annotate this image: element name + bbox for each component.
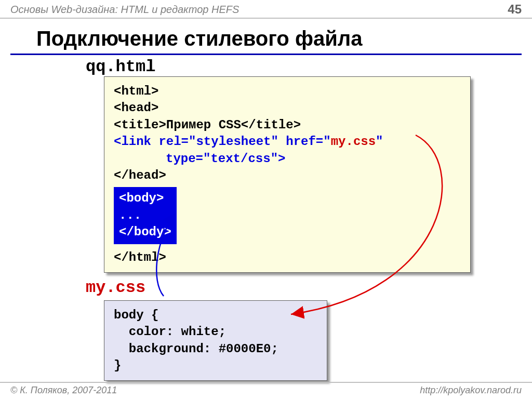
css-code-box: body { color: white; background: #0000E0…: [104, 300, 327, 381]
code-line: background: #0000E0;: [114, 341, 317, 357]
html-code-box: <html> <head> <title>Пример CSS</title> …: [104, 76, 471, 273]
css-filename: my.css: [0, 278, 532, 297]
code-line: }: [114, 357, 317, 374]
body-close: </body>: [119, 224, 171, 241]
slide-header: Основы Web-дизайна: HTML и редактор HEFS…: [0, 0, 532, 19]
code-line: <html>: [114, 83, 461, 100]
code-line: body {: [114, 307, 317, 324]
code-line-link2: type="text/css">: [114, 151, 461, 167]
html-filename: qq.html: [0, 57, 532, 76]
course-title: Основы Web-дизайна: HTML и редактор HEFS: [10, 4, 239, 16]
code-line: color: white;: [114, 324, 317, 340]
code-line: </head>: [114, 167, 461, 184]
code-line-link: <link rel="stylesheet" href="my.css": [114, 134, 461, 150]
slide-footer: © К. Поляков, 2007-2011 http://kpolyakov…: [0, 382, 532, 399]
page-number: 45: [508, 2, 522, 17]
footer-copyright: © К. Поляков, 2007-2011: [10, 385, 117, 396]
slide-content: qq.html <html> <head> <title>Пример CSS<…: [0, 55, 532, 381]
body-highlight-box: <body> ... </body>: [114, 187, 177, 244]
slide-title: Подключение стилевого файла: [10, 19, 522, 55]
body-open: <body>: [119, 190, 171, 207]
code-line: <title>Пример CSS</title>: [114, 117, 461, 134]
code-line: <head>: [114, 100, 461, 116]
footer-url: http://kpolyakov.narod.ru: [420, 385, 522, 396]
body-dots: ...: [119, 207, 171, 224]
code-line: </html>: [114, 249, 461, 266]
